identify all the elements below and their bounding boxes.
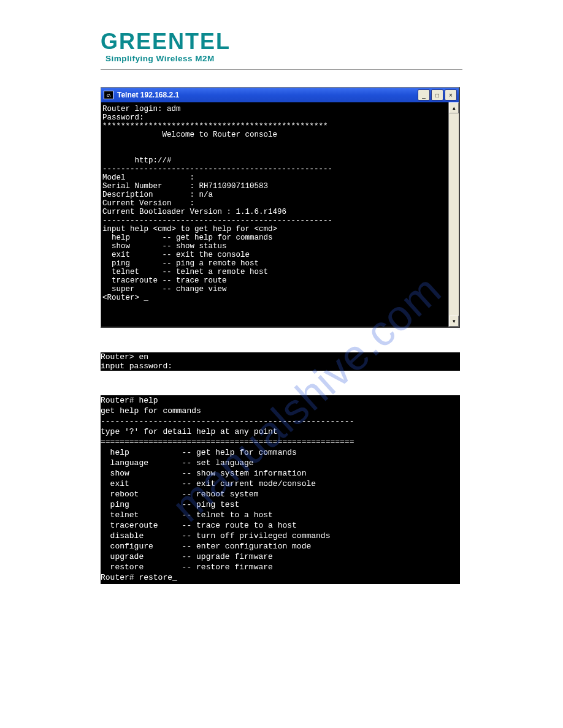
scroll-down-icon[interactable]: ▾ xyxy=(449,316,459,327)
window-controls: _ □ × xyxy=(418,89,457,100)
telnet-window: c\ Telnet 192.168.2.1 _ □ × Router login… xyxy=(101,87,460,328)
maximize-button[interactable]: □ xyxy=(431,89,443,100)
window-body: Router login: adm Password: ************… xyxy=(101,102,459,327)
divider xyxy=(101,69,462,70)
terminal-enable-snippet: Router> en input password: xyxy=(101,352,460,371)
logo-tagline: Simplifying Wireless M2M xyxy=(105,54,462,63)
window-title: Telnet 192.168.2.1 xyxy=(117,91,418,99)
cmd-icon: c\ xyxy=(104,91,113,99)
terminal-help-snippet: Router# help get help for commands -----… xyxy=(101,395,460,584)
scroll-track[interactable] xyxy=(449,113,459,316)
window-titlebar: c\ Telnet 192.168.2.1 _ □ × xyxy=(101,88,459,102)
close-button[interactable]: × xyxy=(445,89,457,100)
minimize-button[interactable]: _ xyxy=(418,89,430,100)
scrollbar[interactable]: ▴ ▾ xyxy=(448,102,459,327)
document-page: GREENTEL Simplifying Wireless M2M c\ Tel… xyxy=(101,31,462,584)
logo-main: GREENTEL xyxy=(101,31,462,53)
scroll-up-icon[interactable]: ▴ xyxy=(449,102,459,113)
brand-logo: GREENTEL Simplifying Wireless M2M xyxy=(101,31,462,63)
terminal-output[interactable]: Router login: adm Password: ************… xyxy=(101,102,448,327)
